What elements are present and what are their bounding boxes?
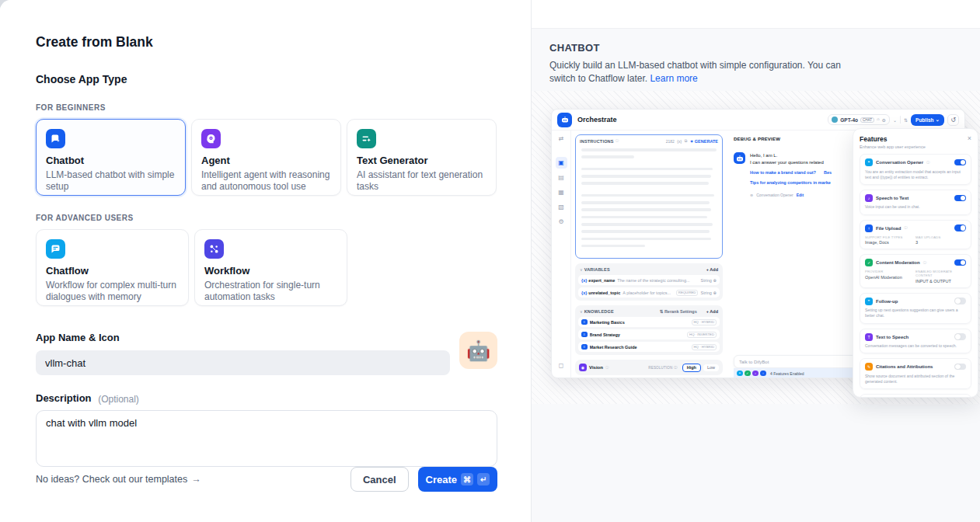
talk-input[interactable]: Talk to DifyBot bbox=[734, 355, 872, 368]
app-icon-emoji: 🤖 bbox=[466, 339, 490, 362]
card-agent[interactable]: Agent Intelligent agent with reasoning a… bbox=[191, 119, 341, 196]
chevron-down-icon[interactable]: ∨ bbox=[580, 309, 583, 314]
close-icon[interactable]: × bbox=[968, 135, 971, 141]
knowledge-row[interactable]: ≡ Brand Strategy HQ · INVERTED bbox=[578, 329, 720, 339]
card-chatflow[interactable]: Chatflow Workflow for complex multi-turn… bbox=[36, 229, 189, 306]
card-title: Chatflow bbox=[46, 265, 179, 277]
app-icon-picker[interactable]: 🤖 bbox=[459, 332, 497, 369]
notes-tab-icon[interactable]: ▧ bbox=[556, 201, 567, 213]
card-workflow[interactable]: Workflow Orchestration for single-turn a… bbox=[194, 229, 347, 306]
gear-icon[interactable]: ⚙ bbox=[556, 216, 567, 228]
conversation-opener-icon: ❝ bbox=[865, 158, 873, 166]
app-avatar-icon bbox=[557, 113, 572, 127]
add-variable-button[interactable]: + Add bbox=[706, 267, 718, 272]
eye-icon: ◉ bbox=[579, 364, 587, 371]
swap-icon[interactable]: ⇄ bbox=[556, 133, 567, 144]
add-knowledge-button[interactable]: + Add bbox=[706, 309, 718, 314]
edit-opener-link[interactable]: Edit bbox=[797, 192, 804, 199]
cancel-button[interactable]: Cancel bbox=[350, 467, 409, 492]
description-textarea[interactable]: chat with vllm model bbox=[36, 410, 497, 467]
toggle[interactable] bbox=[954, 224, 966, 231]
history-icon[interactable]: ↺ bbox=[947, 114, 959, 126]
logs-tab-icon[interactable]: ▦ bbox=[556, 186, 567, 198]
card-desc: Workflow for complex multi-turn dialogue… bbox=[46, 280, 179, 302]
index-mode-badge: HQ · HYBRID bbox=[692, 319, 717, 325]
app-name-input[interactable] bbox=[36, 350, 450, 375]
mic-icon: ♪ bbox=[865, 194, 873, 202]
swap-icon: ⇅ bbox=[904, 117, 908, 123]
publish-button[interactable]: Publish⌄ bbox=[911, 114, 944, 126]
toggle[interactable] bbox=[954, 259, 966, 266]
feature-follow-up: ❞ Follow-up Setting up next questions su… bbox=[860, 293, 971, 324]
card-desc: LLM-based chatbot with simple setup bbox=[46, 169, 176, 192]
collapse-icon[interactable]: ◻ bbox=[556, 360, 567, 371]
toggle[interactable] bbox=[954, 364, 966, 371]
knowledge-row[interactable]: ≡ Marketing Basics HQ · HYBRID bbox=[578, 317, 720, 327]
variables-panel: ∨ VARIABLES + Add {x} expert_name The na… bbox=[575, 263, 723, 301]
toggle[interactable] bbox=[954, 195, 966, 202]
suggested-question[interactable]: How to make a brand stand out? bbox=[750, 169, 816, 176]
create-button[interactable]: Create ⌘ ↵ bbox=[418, 467, 497, 492]
card-text-generator[interactable]: Text Generator AI assistant for text gen… bbox=[347, 119, 497, 196]
card-desc: AI assistant for text generation tasks bbox=[357, 169, 487, 192]
file-upload-chip-icon: ↑ bbox=[760, 371, 766, 377]
orchestrate-tab-icon[interactable]: ▣ bbox=[556, 157, 567, 169]
card-title: Workflow bbox=[204, 265, 337, 277]
features-subtitle: Enhance web app user experience bbox=[860, 144, 971, 149]
variable-icon: {x} bbox=[581, 278, 587, 283]
knowledge-panel: ∨ KNOWLEDGE ⇅ Rerank Settings + Add ≡ Ma… bbox=[575, 305, 723, 355]
features-panel: Features × Enhance web app user experien… bbox=[853, 128, 978, 398]
shield-icon: ✓ bbox=[865, 259, 873, 266]
generate-button[interactable]: ✦ GENERATE bbox=[690, 139, 718, 144]
suggested-question[interactable]: Tips for analyzing competitors in marke bbox=[750, 179, 831, 186]
agent-icon bbox=[201, 129, 221, 148]
conversation-opener-chip-icon: ❝ bbox=[737, 371, 743, 377]
resolution-high-option[interactable]: High bbox=[682, 364, 701, 372]
text-generator-icon bbox=[357, 129, 376, 148]
resolution-low-option[interactable]: Low bbox=[703, 364, 719, 371]
settings-icon: ⚙ bbox=[882, 117, 886, 123]
knowledge-row[interactable]: ≡ Market Research Guide HQ · HYBRID bbox=[578, 342, 720, 352]
mic-icon: ⌾ bbox=[877, 117, 880, 123]
card-title: Text Generator bbox=[357, 155, 487, 166]
toggle[interactable] bbox=[954, 298, 966, 304]
variable-row[interactable]: {x} unrelated_topic A placeholder for to… bbox=[578, 287, 720, 298]
create-form-pane: Create from Blank Choose App Type FOR BE… bbox=[0, 0, 531, 522]
learn-more-link[interactable]: Learn more bbox=[650, 73, 697, 84]
preview-tab-icon[interactable]: ▤ bbox=[556, 172, 567, 183]
feature-content-moderation: ✓ Content Moderation ⓘ PROVIDEROpenAI Mo… bbox=[860, 254, 971, 288]
variable-row[interactable]: {x} expert_name The name of the strategi… bbox=[578, 275, 720, 285]
features-enabled-count: 4 Features Enabled bbox=[770, 371, 804, 376]
index-mode-badge: HQ · HYBRID bbox=[692, 344, 717, 350]
description-optional-label: (Optional) bbox=[94, 392, 143, 405]
cmd-key-icon: ⌘ bbox=[461, 473, 473, 485]
preview-illustration: Orchestrate GPT-4o CHAT ⌾ ⚙ ⌄ ⇅ Publish⌄ bbox=[532, 91, 980, 404]
templates-link[interactable]: No ideas? Check out our templates→ bbox=[36, 474, 201, 485]
chevron-down-icon: ⌄ bbox=[893, 117, 897, 123]
preview-heading: CHATBOT bbox=[549, 42, 933, 54]
features-title: Features bbox=[860, 135, 887, 143]
model-selector[interactable]: GPT-4o CHAT ⌾ ⚙ bbox=[828, 114, 890, 125]
mini-sidebar: ⇄ ▣ ▤ ▦ ▧ ⚙ ◻ bbox=[552, 130, 571, 378]
rerank-settings-button[interactable]: ⇅ Rerank Settings bbox=[660, 309, 697, 314]
card-title: Agent bbox=[201, 155, 331, 166]
card-chatbot[interactable]: Chatbot LLM-based chatbot with simple se… bbox=[36, 119, 186, 196]
info-icon: ⓘ bbox=[926, 161, 930, 165]
toggle[interactable] bbox=[954, 159, 966, 166]
chatflow-icon bbox=[46, 239, 65, 259]
resolution-label: RESOLUTION ⓘ bbox=[648, 366, 677, 370]
suggested-question[interactable]: Bes bbox=[824, 169, 832, 176]
feature-file-upload: ↑ File Upload ⓘ SUPPORT FILE TYPESImage,… bbox=[860, 220, 971, 250]
card-desc: Orchestration for single-turn automation… bbox=[204, 280, 337, 302]
char-count: 2182 bbox=[666, 139, 675, 144]
document-icon: ≡ bbox=[581, 332, 588, 338]
greeting-line: I can answer your questions related bbox=[750, 159, 832, 166]
vision-row: ◉ Vision ⓘ RESOLUTION ⓘ High Low bbox=[575, 360, 723, 375]
citation-icon: ✎ bbox=[865, 363, 873, 371]
chevron-down-icon[interactable]: ∨ bbox=[580, 267, 583, 272]
chatbot-icon bbox=[46, 129, 65, 148]
workflow-icon bbox=[204, 239, 224, 259]
toggle[interactable] bbox=[954, 333, 966, 340]
model-name: GPT-4o bbox=[840, 117, 858, 123]
speech-to-text-chip-icon: ♪ bbox=[752, 371, 759, 377]
